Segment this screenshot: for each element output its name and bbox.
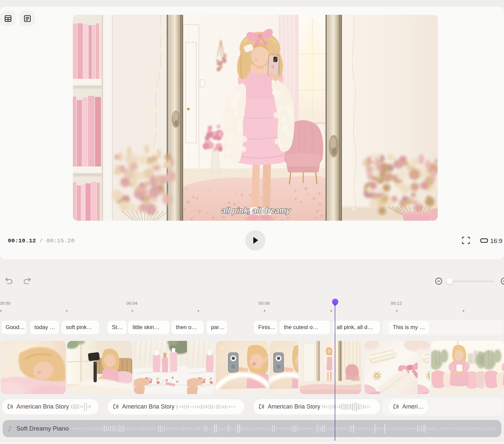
svg-text:all pink, all dreamy: all pink, all dreamy bbox=[221, 206, 291, 215]
